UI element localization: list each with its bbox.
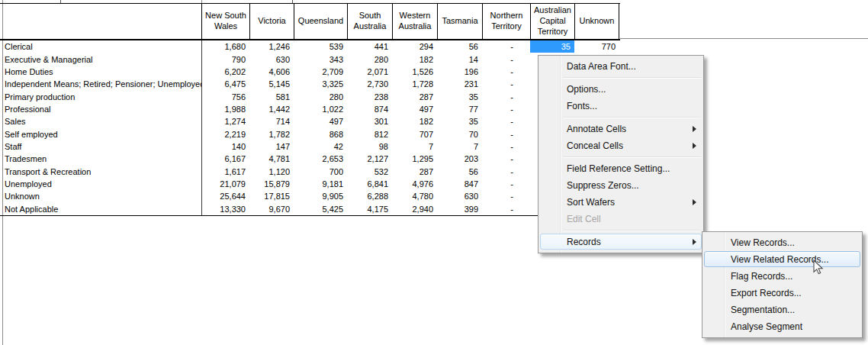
data-cell[interactable]: 874 xyxy=(347,103,392,115)
data-cell[interactable]: 399 xyxy=(437,203,482,215)
data-cell[interactable]: 280 xyxy=(347,53,392,65)
menu-item-flag-records[interactable]: Flag Records... xyxy=(702,268,862,285)
data-cell[interactable]: 2,219 xyxy=(201,128,249,140)
row-label[interactable]: Executive & Managerial xyxy=(0,53,201,65)
data-cell[interactable]: - xyxy=(482,203,530,215)
data-cell[interactable]: 7 xyxy=(392,140,437,153)
data-cell[interactable]: 182 xyxy=(392,115,437,127)
data-cell[interactable]: 441 xyxy=(347,40,392,53)
data-cell[interactable]: 539 xyxy=(294,40,347,53)
row-label[interactable]: Staff xyxy=(0,140,201,153)
data-cell[interactable]: 6,841 xyxy=(347,178,392,190)
data-cell[interactable]: 231 xyxy=(437,78,482,90)
data-cell[interactable]: 4,175 xyxy=(347,203,392,215)
data-cell[interactable]: 1,782 xyxy=(249,128,294,140)
row-label[interactable]: Professional xyxy=(0,103,201,115)
data-cell[interactable]: 238 xyxy=(347,90,392,102)
data-cell[interactable]: 6,167 xyxy=(201,153,249,165)
data-cell[interactable]: 7 xyxy=(437,140,482,153)
data-cell[interactable]: 35 xyxy=(437,90,482,102)
column-header-australian-capital-territory[interactable]: Australian Capital Territory xyxy=(530,3,574,40)
menu-item-sort-wafers[interactable]: Sort Wafers xyxy=(538,194,703,211)
data-cell[interactable]: - xyxy=(482,166,530,178)
row-label[interactable]: Independent Means; Retired; Pensioner; U… xyxy=(0,78,201,90)
data-cell[interactable]: 287 xyxy=(392,166,437,178)
data-cell[interactable]: 1,526 xyxy=(392,66,437,78)
data-cell[interactable]: 847 xyxy=(437,178,482,190)
data-cell[interactable]: 581 xyxy=(249,90,294,102)
data-cell[interactable]: - xyxy=(482,90,530,102)
data-cell[interactable]: 4,606 xyxy=(249,66,294,78)
data-cell[interactable]: 1,274 xyxy=(201,115,249,127)
data-cell[interactable]: 2,127 xyxy=(347,153,392,165)
data-cell[interactable]: - xyxy=(482,128,530,140)
row-label[interactable]: Sales xyxy=(0,115,201,127)
data-cell[interactable]: 1,120 xyxy=(249,166,294,178)
data-cell[interactable]: - xyxy=(482,78,530,90)
menu-item-data-area-font[interactable]: Data Area Font... xyxy=(538,58,703,75)
data-cell[interactable]: 630 xyxy=(249,53,294,65)
row-label[interactable]: Tradesmen xyxy=(0,153,201,165)
menu-item-fonts[interactable]: Fonts... xyxy=(538,98,703,114)
data-cell[interactable]: 17,815 xyxy=(249,190,294,202)
menu-item-analyse-segment[interactable]: Analyse Segment xyxy=(702,318,862,335)
column-header-queensland[interactable]: Queensland xyxy=(294,3,347,40)
data-cell[interactable]: 3,325 xyxy=(294,78,347,90)
data-cell[interactable]: 1,680 xyxy=(201,40,249,53)
data-cell[interactable]: - xyxy=(482,178,530,190)
data-cell[interactable]: 770 xyxy=(574,40,619,53)
row-label[interactable]: Not Applicable xyxy=(0,203,201,215)
data-cell[interactable]: 5,145 xyxy=(249,78,294,90)
menu-item-annotate-cells[interactable]: Annotate Cells xyxy=(538,121,703,137)
data-cell[interactable]: - xyxy=(482,40,530,53)
data-cell[interactable]: 497 xyxy=(294,115,347,127)
data-cell[interactable]: 301 xyxy=(347,115,392,127)
data-cell[interactable]: 4,781 xyxy=(249,153,294,165)
row-label[interactable]: Clerical xyxy=(0,40,201,53)
row-label[interactable]: Home Duties xyxy=(0,66,201,78)
data-cell[interactable]: 630 xyxy=(437,190,482,202)
data-cell[interactable]: 25,644 xyxy=(201,190,249,202)
menu-item-export-records[interactable]: Export Records... xyxy=(702,285,862,301)
data-cell[interactable]: 280 xyxy=(294,90,347,102)
data-cell[interactable]: 790 xyxy=(201,53,249,65)
data-cell[interactable]: 2,653 xyxy=(294,153,347,165)
data-cell[interactable]: 1,246 xyxy=(249,40,294,53)
data-cell[interactable]: 2,071 xyxy=(347,66,392,78)
data-cell[interactable]: 6,288 xyxy=(347,190,392,202)
data-cell[interactable]: 2,730 xyxy=(347,78,392,90)
data-cell[interactable]: - xyxy=(482,103,530,115)
column-header-unknown[interactable]: Unknown xyxy=(574,3,619,40)
data-cell[interactable]: 707 xyxy=(392,128,437,140)
column-header-tasmania[interactable]: Tasmania xyxy=(437,3,482,40)
data-cell[interactable]: 15,879 xyxy=(249,178,294,190)
data-cell[interactable]: 6,475 xyxy=(201,78,249,90)
data-cell[interactable]: 9,181 xyxy=(294,178,347,190)
row-label[interactable]: Unemployed xyxy=(0,178,201,190)
data-cell[interactable]: 56 xyxy=(437,40,482,53)
menu-item-suppress-zeros[interactable]: Suppress Zeros... xyxy=(538,177,703,194)
data-cell[interactable]: 343 xyxy=(294,53,347,65)
data-cell[interactable]: 140 xyxy=(201,140,249,153)
data-cell[interactable]: - xyxy=(482,115,530,127)
menu-item-view-records[interactable]: View Records... xyxy=(702,234,862,251)
row-label[interactable]: Self employed xyxy=(0,128,201,140)
column-header-northern-territory[interactable]: Northern Territory xyxy=(482,3,530,40)
column-header-victoria[interactable]: Victoria xyxy=(249,3,294,40)
data-cell[interactable]: 5,425 xyxy=(294,203,347,215)
data-cell[interactable]: - xyxy=(482,153,530,165)
data-cell[interactable]: 497 xyxy=(392,103,437,115)
data-cell[interactable]: 6,202 xyxy=(201,66,249,78)
data-cell[interactable]: 4,780 xyxy=(392,190,437,202)
data-cell[interactable]: 812 xyxy=(347,128,392,140)
data-cell[interactable]: 1,022 xyxy=(294,103,347,115)
selected-data-cell[interactable]: 35 xyxy=(530,40,574,53)
menu-item-records[interactable]: Records xyxy=(538,234,703,250)
data-cell[interactable]: 1,442 xyxy=(249,103,294,115)
menu-item-options[interactable]: Options... xyxy=(538,81,703,98)
data-cell[interactable]: 147 xyxy=(249,140,294,153)
data-cell[interactable]: 2,940 xyxy=(392,203,437,215)
data-cell[interactable]: 14 xyxy=(437,53,482,65)
data-cell[interactable]: 4,976 xyxy=(392,178,437,190)
data-cell[interactable]: 21,079 xyxy=(201,178,249,190)
